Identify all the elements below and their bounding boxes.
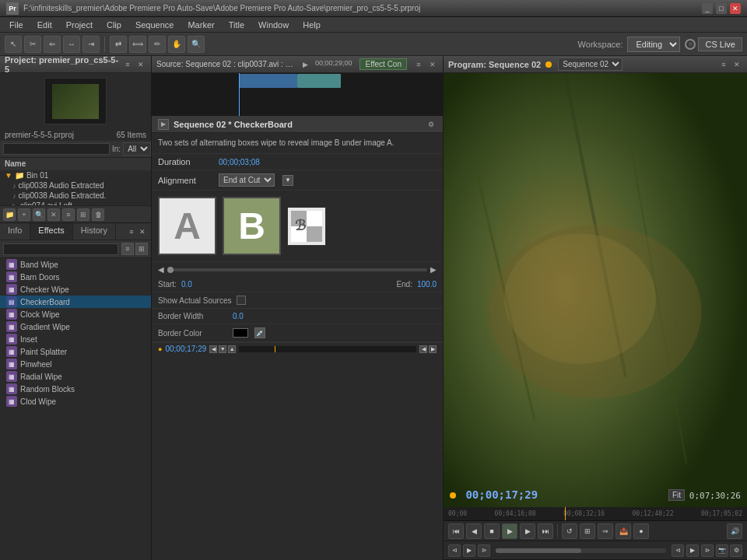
panel-close-icon[interactable]: ✕ — [135, 59, 146, 70]
cs-live-button[interactable]: CS Live — [698, 37, 742, 51]
effect-con-tab[interactable]: Effect Con — [359, 58, 407, 70]
maximize-button[interactable]: □ — [716, 3, 727, 14]
new-item-button[interactable]: + — [18, 208, 30, 221]
transport-step-forward[interactable]: ▶ — [520, 523, 535, 539]
effect-barn-doors[interactable]: ▦ Barn Doors — [0, 271, 151, 283]
effect-clock-wipe[interactable]: ▦ Clock Wipe — [0, 308, 151, 320]
transport-play[interactable]: ▶ — [502, 523, 517, 539]
border-color-swatch[interactable] — [233, 328, 248, 338]
mini-clip-2[interactable] — [297, 74, 341, 88]
camera-icon[interactable]: 📷 — [716, 544, 728, 557]
effect-gradient-wipe[interactable]: ▦ Gradient Wipe — [0, 320, 151, 333]
minimize-button[interactable]: _ — [702, 3, 713, 14]
effect-random-blocks[interactable]: ▦ Random Blocks — [0, 383, 151, 395]
workspace-select[interactable]: Editing — [627, 37, 680, 52]
duration-value[interactable]: 00;00;03;08 — [219, 158, 260, 166]
effect-paint-splatter[interactable]: ▦ Paint Splatter — [0, 345, 151, 358]
effect-clod-wipe[interactable]: ▦ Clod Wipe — [0, 395, 151, 408]
effects-panel-close-icon[interactable]: ✕ — [137, 226, 148, 237]
tool-ripple[interactable]: ⇐ — [44, 36, 61, 53]
new-bin-button[interactable]: 📁 — [3, 208, 16, 221]
effect-checkerboard[interactable]: ▤ CheckerBoard — [0, 296, 151, 308]
tool-zoom[interactable]: 🔍 — [188, 36, 205, 53]
effect-checker-wipe[interactable]: ▦ Checker Wipe — [0, 283, 151, 296]
extra-ctrl-3[interactable]: ⊳ — [478, 544, 490, 557]
jog-shuttle-track[interactable] — [496, 548, 666, 553]
slider-handle[interactable] — [167, 267, 174, 273]
program-sequence-select[interactable]: Sequence 02 — [558, 58, 622, 71]
transport-export[interactable]: 📤 — [615, 523, 631, 539]
transport-go-to-in[interactable]: ⏮ — [448, 523, 464, 539]
tab-info[interactable]: Info — [0, 223, 30, 240]
source-menu-icon[interactable]: ≡ — [413, 59, 424, 70]
effect-pinwheel[interactable]: ▦ Pinwheel — [0, 358, 151, 370]
mini-clip-1[interactable] — [239, 74, 297, 88]
tool-hand[interactable]: ✋ — [168, 36, 185, 53]
extra-ctrl-6[interactable]: ⊳ — [701, 544, 714, 557]
icon-view-button[interactable]: ⊞ — [77, 208, 89, 221]
slider-track[interactable] — [167, 268, 427, 271]
extra-ctrl-4[interactable]: ⊲ — [672, 544, 684, 557]
tool-roll[interactable]: ↔ — [63, 36, 80, 53]
effects-icon-view-btn[interactable]: ⊞ — [135, 243, 148, 255]
transport-audio-meter[interactable]: 🔊 — [727, 523, 742, 539]
panel-menu-icon[interactable]: ≡ — [122, 59, 133, 70]
transport-step-back[interactable]: ◀ — [466, 523, 482, 539]
source-panel-play-icon[interactable]: ▶ — [300, 59, 311, 70]
tool-slide[interactable]: ⟺ — [129, 36, 146, 53]
list-view-button[interactable]: ≡ — [62, 208, 75, 221]
start-value[interactable]: 0.0 — [181, 280, 192, 289]
delete-button[interactable]: 🗑 — [92, 208, 104, 221]
menu-help[interactable]: Help — [296, 19, 327, 31]
program-menu-icon[interactable]: ≡ — [718, 59, 729, 70]
transport-loop[interactable]: ↺ — [562, 523, 577, 539]
alignment-select[interactable]: End at Cut — [219, 173, 275, 187]
tab-effects[interactable]: Effects — [30, 223, 72, 240]
project-item-0[interactable]: ♪ clip0038 Audio Extracted — [0, 180, 151, 191]
extra-ctrl-1[interactable]: ⊲ — [448, 544, 461, 557]
close-button[interactable]: ✕ — [730, 3, 741, 14]
project-item-bin01[interactable]: ▼ 📁 Bin 01 — [0, 170, 151, 180]
effect-radial-wipe[interactable]: ▦ Radial Wipe — [0, 370, 151, 383]
transport-output[interactable]: ⇒ — [598, 523, 613, 539]
menu-sequence[interactable]: Sequence — [129, 19, 181, 31]
source-close-icon[interactable]: ✕ — [427, 59, 438, 70]
menu-project[interactable]: Project — [60, 19, 99, 31]
tool-select[interactable]: ↖ — [5, 36, 22, 53]
slider-left-arrow[interactable]: ◀ — [158, 265, 164, 274]
effects-panel-menu-icon[interactable]: ≡ — [126, 226, 137, 237]
nav-right-icon[interactable]: ▶ — [429, 345, 437, 353]
effect-timecode[interactable]: 00;00;17;29 — [165, 345, 206, 353]
menu-file[interactable]: File — [3, 19, 30, 31]
extra-ctrl-2[interactable]: ▶ — [463, 544, 475, 557]
transport-safe-margins[interactable]: ⊞ — [580, 523, 595, 539]
tool-razor[interactable]: ✂ — [24, 36, 41, 53]
transport-stop[interactable]: ■ — [484, 523, 500, 539]
menu-window[interactable]: Window — [252, 19, 295, 31]
workspace-circle-btn[interactable]: ○ — [685, 39, 696, 50]
tab-history[interactable]: History — [73, 223, 116, 240]
effect-band-wipe[interactable]: ▦ Band Wipe — [0, 258, 151, 271]
alignment-btn[interactable]: ▼ — [282, 175, 293, 186]
tool-pen[interactable]: ✏ — [149, 36, 166, 53]
effects-search-input[interactable] — [3, 243, 118, 255]
menu-edit[interactable]: Edit — [31, 19, 58, 31]
menu-clip[interactable]: Clip — [100, 19, 128, 31]
nav-left-icon[interactable]: ◀ — [419, 345, 427, 353]
tool-rate[interactable]: ⇥ — [82, 36, 100, 53]
show-actual-checkbox[interactable] — [237, 296, 246, 305]
effect-expand-icon[interactable]: ▶ — [158, 119, 169, 130]
effect-inset[interactable]: ▦ Inset — [0, 333, 151, 345]
fit-dropdown[interactable]: Fit — [668, 489, 685, 501]
end-value[interactable]: 100.0 — [417, 280, 437, 289]
tool-slip[interactable]: ⇄ — [110, 36, 127, 53]
transport-record[interactable]: ● — [633, 523, 649, 539]
settings-icon[interactable]: ⚙ — [730, 544, 742, 557]
eyedropper-icon[interactable]: 💉 — [254, 327, 265, 338]
border-width-value[interactable]: 0.0 — [233, 312, 244, 320]
clear-button[interactable]: ✕ — [47, 208, 60, 221]
program-close-icon[interactable]: ✕ — [731, 59, 742, 70]
transport-go-to-out[interactable]: ⏭ — [538, 523, 553, 539]
project-item-1[interactable]: ♪ clip0038 Audio Extracted. — [0, 191, 151, 201]
menu-title[interactable]: Title — [223, 19, 251, 31]
